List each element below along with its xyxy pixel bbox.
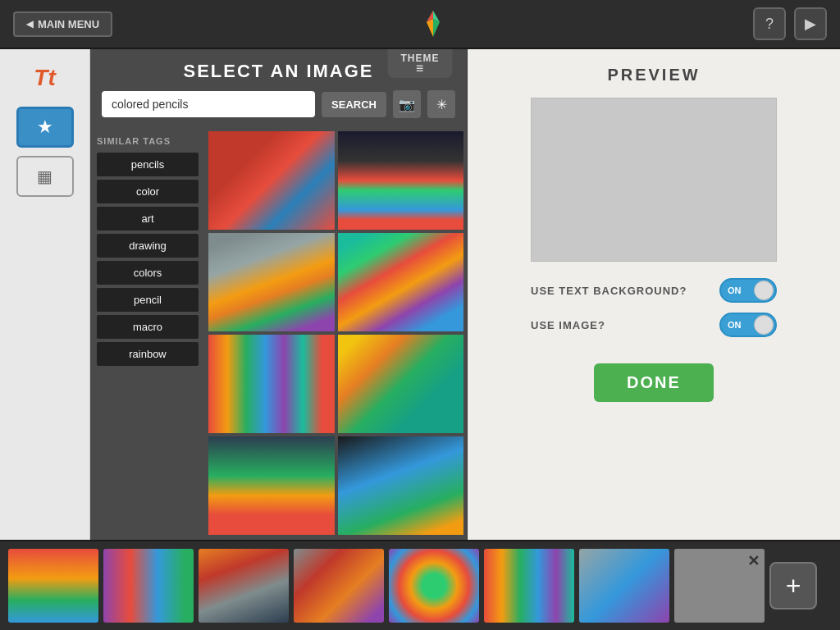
filmstrip-thumb-empty[interactable]: ✕ xyxy=(674,549,765,623)
main-menu-button[interactable]: MAIN MENU xyxy=(13,11,112,37)
grid-image-2[interactable] xyxy=(338,131,464,230)
theme-tab[interactable]: THEME xyxy=(388,49,453,78)
use-image-toggle-knob xyxy=(754,315,774,335)
search-bar: SEARCH 📷 ✳ xyxy=(90,90,467,128)
grid-image-6[interactable] xyxy=(338,335,464,433)
tag-pencil[interactable]: pencil xyxy=(97,288,199,312)
main-area: Tt ★ ▦ SELECT AN IMAGE SEARCH 📷 ✳ SIMILA… xyxy=(0,49,840,540)
topbar: MAIN MENU ? ▶ xyxy=(0,0,840,49)
use-image-toggle-row: USE IMAGE? ON xyxy=(531,313,777,337)
filmstrip-thumb-5[interactable] xyxy=(389,549,479,623)
use-image-toggle[interactable]: ON xyxy=(719,313,777,337)
remove-thumb-icon[interactable]: ✕ xyxy=(747,552,760,570)
filmstrip: ✕ + xyxy=(0,540,840,630)
filmstrip-thumb-7[interactable] xyxy=(579,549,669,623)
grid-image-1[interactable] xyxy=(208,131,335,230)
tag-drawing[interactable]: drawing xyxy=(97,234,199,258)
play-button[interactable]: ▶ xyxy=(794,7,827,40)
top-right-buttons: ? ▶ xyxy=(753,7,827,40)
text-background-toggle-knob xyxy=(754,281,774,300)
grid-image-3[interactable] xyxy=(208,233,335,331)
preview-panel: PREVIEW USE TEXT BACKGROUND? ON USE IMAG… xyxy=(468,49,840,540)
preview-image xyxy=(531,98,777,262)
preview-title: PREVIEW xyxy=(607,66,700,84)
text-background-toggle-row: USE TEXT BACKGROUND? ON xyxy=(531,278,777,303)
grid-image-4[interactable] xyxy=(338,233,464,331)
tag-rainbow[interactable]: rainbow xyxy=(97,342,199,366)
content-area: SIMILAR TAGS pencils color art drawing c… xyxy=(90,128,467,540)
filmstrip-thumb-4[interactable] xyxy=(294,549,384,623)
tag-art[interactable]: art xyxy=(97,207,199,231)
filmstrip-thumb-3[interactable] xyxy=(199,549,289,623)
grid-image-5[interactable] xyxy=(208,335,335,433)
add-icon: + xyxy=(786,571,801,601)
tags-panel: SIMILAR TAGS pencils color art drawing c… xyxy=(90,128,205,540)
tag-macro[interactable]: macro xyxy=(97,315,199,339)
text-background-toggle-on: ON xyxy=(728,285,742,295)
filmstrip-thumb-6[interactable] xyxy=(484,549,574,623)
image-tool-button[interactable]: ★ xyxy=(16,107,74,148)
tag-color[interactable]: color xyxy=(97,180,199,203)
camera-icon: 📷 xyxy=(399,97,415,112)
text-background-toggle[interactable]: ON xyxy=(719,278,777,303)
tag-colors[interactable]: colors xyxy=(97,261,199,285)
image-star-icon: ★ xyxy=(37,116,53,138)
use-image-label: USE IMAGE? xyxy=(531,319,605,331)
help-button[interactable]: ? xyxy=(753,7,786,40)
text-background-label: USE TEXT BACKGROUND? xyxy=(531,285,687,297)
filmstrip-thumb-1[interactable] xyxy=(8,549,98,623)
use-image-toggle-on: ON xyxy=(728,320,742,330)
similar-tags-title: SIMILAR TAGS xyxy=(97,136,199,146)
filmstrip-thumb-2[interactable] xyxy=(103,549,194,623)
search-input[interactable] xyxy=(102,91,315,117)
text-tool-button[interactable]: Tt xyxy=(16,57,74,98)
grid-image-7[interactable] xyxy=(208,436,335,535)
left-sidebar: Tt ★ ▦ xyxy=(0,49,90,540)
snowflake-button[interactable]: ✳ xyxy=(427,90,455,118)
grid-image-8[interactable] xyxy=(338,436,464,535)
layout-icon: ▦ xyxy=(37,167,52,186)
tag-pencils[interactable]: pencils xyxy=(97,153,199,176)
layout-tool-button[interactable]: ▦ xyxy=(16,156,74,197)
image-grid xyxy=(205,128,467,540)
select-image-panel: SELECT AN IMAGE SEARCH 📷 ✳ SIMILAR TAGS … xyxy=(90,49,468,540)
search-button[interactable]: SEARCH xyxy=(322,92,386,117)
logo-icon xyxy=(417,7,450,40)
snowflake-icon: ✳ xyxy=(436,97,447,112)
add-slide-button[interactable]: + xyxy=(769,562,817,609)
camera-button[interactable]: 📷 xyxy=(393,90,421,118)
done-button[interactable]: DONE xyxy=(594,363,714,402)
